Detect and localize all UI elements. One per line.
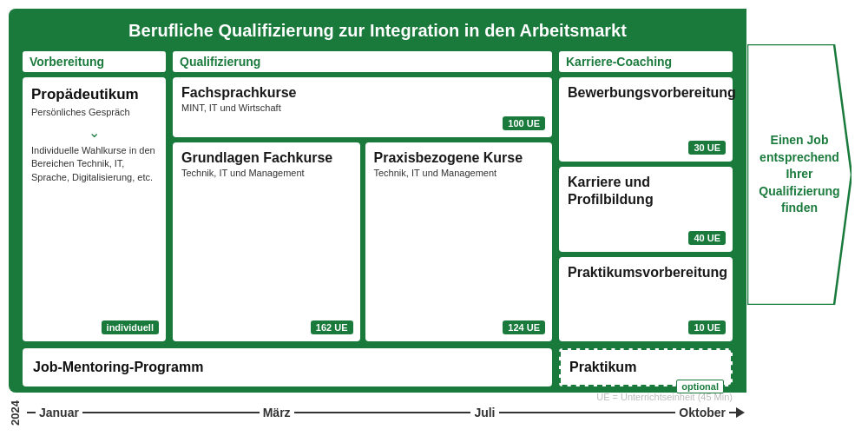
arrow-shape: Einen Job entsprechend Ihrer Qualifizier… xyxy=(747,44,852,305)
grundlagen-box: Grundlagen Fachkurse Technik, IT und Man… xyxy=(173,142,360,341)
praktikumsvorbereitung-ue: 10 UE xyxy=(688,320,726,334)
praktikum-label: Praktikum xyxy=(569,360,636,375)
main-title: Berufliche Qualifizierung zur Integratio… xyxy=(23,21,733,41)
praktikumsvorbereitung-title: Praktikumsvorbereitung xyxy=(568,264,724,281)
bewerbung-box: Bewerbungsvorbereitung 30 UE xyxy=(559,77,733,162)
karriere-header: Karriere-Coaching xyxy=(559,51,733,72)
individuell-badge: individuell xyxy=(102,320,159,334)
karriere-column: Karriere-Coaching Bewerbungsvorbereitung… xyxy=(559,51,733,341)
month-juli: Juli xyxy=(470,406,498,419)
vorbereitung-header: Vorbereitung xyxy=(23,51,166,72)
arrow-down-icon: ⌄ xyxy=(31,124,157,141)
month-oktober: Oktober xyxy=(675,406,729,419)
month-januar: Januar xyxy=(36,406,82,419)
praxisbezogene-box: Praxisbezogene Kurse Technik, IT und Man… xyxy=(365,142,553,341)
year-label: 2024 xyxy=(9,400,22,426)
karriere-profil-box: Karriere und Profilbildung 40 UE xyxy=(559,167,733,251)
grundlagen-sub: Technik, IT und Management xyxy=(181,168,352,178)
bewerbung-title: Bewerbungsvorbereitung xyxy=(568,84,724,101)
praktikum-box: Praktikum optional xyxy=(559,348,733,386)
vorbereitung-text: Individuelle Wahlkurse in den Bereichen … xyxy=(31,144,157,184)
karriere-profil-ue: 40 UE xyxy=(688,231,726,245)
fachsprachkurse-sub: MINT, IT und Wirtschaft xyxy=(181,102,543,113)
praxisbezogene-title: Praxisbezogene Kurse xyxy=(374,149,544,166)
month-maerz: März xyxy=(260,406,294,419)
grundlagen-title: Grundlagen Fachkurse xyxy=(181,149,352,166)
fachsprachkurse-box: Fachsprachkurse MINT, IT und Wirtschaft … xyxy=(173,77,552,137)
timeline-row: 2024 Januar März Juli Oktober xyxy=(9,393,859,427)
propaedeutikum-title: Propädeutikum xyxy=(31,86,157,103)
main-container: Berufliche Qualifizierung zur Integratio… xyxy=(9,9,746,393)
columns-row: Vorbereitung Propädeutikum Persönliches … xyxy=(23,51,733,341)
bewerbung-ue: 30 UE xyxy=(688,141,726,155)
vorbereitung-column: Vorbereitung Propädeutikum Persönliches … xyxy=(23,51,166,341)
timeline-months: Januar März Juli Oktober xyxy=(27,406,738,419)
arrow-text: Einen Job entsprechend Ihrer Qualifizier… xyxy=(756,132,843,217)
praxisbezogene-sub: Technik, IT und Management xyxy=(374,168,544,178)
bottom-row: Job-Mentoring-Programm Praktikum optiona… xyxy=(23,348,733,386)
optional-badge: optional xyxy=(676,380,724,393)
propaedeutikum-sub: Persönliches Gespräch xyxy=(31,107,157,117)
qualifizierung-column: Qualifizierung Fachsprachkurse MINT, IT … xyxy=(173,51,552,341)
qualifizierung-header: Qualifizierung xyxy=(173,51,552,72)
praxisbezogene-ue: 124 UE xyxy=(503,320,545,334)
grundlagen-ue: 162 UE xyxy=(311,320,353,334)
timeline-line: Januar März Juli Oktober xyxy=(27,404,738,421)
praktikumsvorbereitung-box: Praktikumsvorbereitung 10 UE xyxy=(559,257,733,341)
vorbereitung-box: Propädeutikum Persönliches Gespräch ⌄ In… xyxy=(23,77,166,341)
page-wrapper: Berufliche Qualifizierung zur Integratio… xyxy=(9,9,859,427)
karriere-profil-title: Karriere und Profilbildung xyxy=(568,174,724,207)
fachsprachkurse-ue: 100 UE xyxy=(503,116,545,130)
fachsprachkurse-title: Fachsprachkurse xyxy=(181,84,543,101)
mentoring-label: Job-Mentoring-Programm xyxy=(33,360,203,375)
mentoring-box: Job-Mentoring-Programm xyxy=(23,348,552,386)
right-arrow-box: Einen Job entsprechend Ihrer Qualifizier… xyxy=(740,9,859,340)
karriere-boxes: Bewerbungsvorbereitung 30 UE Karriere un… xyxy=(559,77,733,341)
qual-bottom-row: Grundlagen Fachkurse Technik, IT und Man… xyxy=(173,142,552,341)
